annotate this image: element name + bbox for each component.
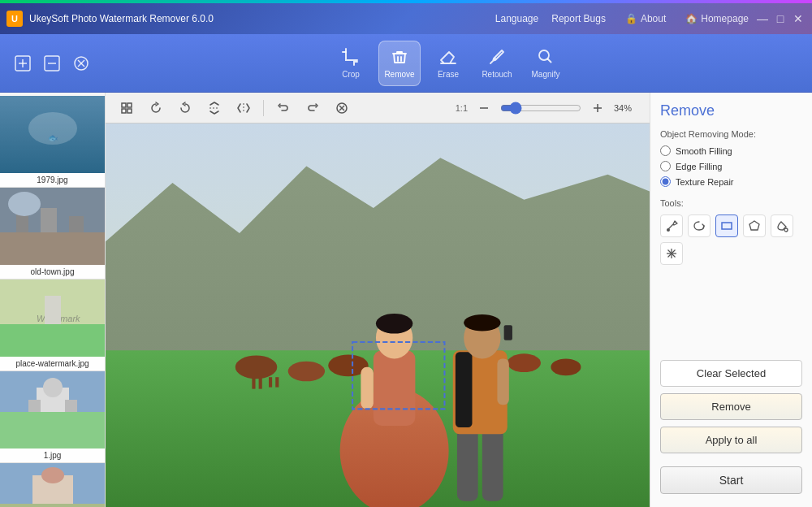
svg-point-50 bbox=[288, 362, 325, 382]
erase-tool-button[interactable]: Erase bbox=[427, 41, 469, 86]
polygon-tool-icon[interactable] bbox=[743, 214, 766, 237]
rotate-cw-button[interactable] bbox=[145, 97, 167, 119]
sidebar-item-2[interactable]: Watermark place-watermark.jpg bbox=[0, 280, 105, 371]
svg-rect-21 bbox=[0, 324, 106, 357]
svg-rect-23 bbox=[45, 296, 61, 324]
paint-tool-icon[interactable] bbox=[771, 214, 793, 237]
svg-rect-36 bbox=[122, 109, 126, 113]
image-panel[interactable] bbox=[106, 124, 650, 507]
removing-mode-group: Smooth Filling Edge Filling Texture Repa… bbox=[660, 145, 802, 187]
select-tool-button[interactable] bbox=[115, 97, 138, 119]
lasso-tool-icon[interactable] bbox=[688, 214, 710, 237]
language-link[interactable]: Language bbox=[495, 13, 538, 24]
mode-smooth-radio[interactable] bbox=[660, 145, 671, 156]
svg-rect-54 bbox=[252, 377, 255, 388]
retouch-tool-label: Retouch bbox=[482, 70, 512, 79]
homepage-button[interactable]: 🏠 Homepage bbox=[679, 10, 755, 28]
sidebar-thumbnail-1 bbox=[0, 188, 105, 265]
sidebar-item-label-1: old-town.jpg bbox=[0, 265, 105, 279]
mode-texture-repair[interactable]: Texture Repair bbox=[660, 176, 802, 187]
redo-button[interactable] bbox=[301, 97, 324, 119]
maximize-button[interactable]: □ bbox=[773, 11, 788, 26]
flip-v-button[interactable] bbox=[203, 97, 226, 119]
about-button[interactable]: 🔒 About bbox=[619, 10, 672, 28]
toolbar-main-tools: Crop Remove Erase Retouch bbox=[330, 41, 567, 86]
sidebar-thumbnail-2: Watermark bbox=[0, 280, 105, 357]
svg-rect-29 bbox=[65, 400, 77, 412]
home-icon: 🏠 bbox=[685, 13, 698, 24]
undo-button[interactable] bbox=[272, 97, 295, 119]
svg-rect-70 bbox=[504, 325, 512, 340]
mode-texture-radio[interactable] bbox=[660, 176, 671, 187]
svg-rect-56 bbox=[269, 377, 272, 387]
main-toolbar: Crop Remove Erase Retouch bbox=[0, 34, 812, 93]
svg-rect-59 bbox=[374, 350, 416, 426]
svg-rect-15 bbox=[0, 232, 106, 265]
svg-rect-25 bbox=[0, 412, 106, 448]
magnify-tool-button[interactable]: Magnify bbox=[525, 41, 567, 86]
close-file-button[interactable] bbox=[71, 54, 91, 73]
title-bar: U UkeySoft Photo Watermark Remover 6.0.0… bbox=[0, 3, 812, 34]
right-panel: Remove Object Removing Mode: Smooth Fill… bbox=[650, 93, 812, 507]
sidebar-item-0[interactable]: 🐟 1979.jpg bbox=[0, 96, 105, 188]
brush-tool-icon[interactable] bbox=[660, 214, 683, 237]
mode-texture-label: Texture Repair bbox=[676, 177, 734, 187]
sidebar-item-label-0: 1979.jpg bbox=[0, 173, 105, 187]
sidebar-item-1[interactable]: old-town.jpg bbox=[0, 188, 105, 280]
object-removing-mode-label: Object Removing Mode: bbox=[660, 129, 802, 139]
crop-tool-button[interactable]: Crop bbox=[330, 41, 372, 86]
svg-rect-55 bbox=[259, 377, 262, 388]
sidebar-item-3[interactable]: 1.jpg bbox=[0, 371, 105, 463]
rect-tool-icon[interactable] bbox=[715, 214, 738, 237]
svg-rect-69 bbox=[497, 359, 508, 405]
sidebar-thumbnail-0: 🐟 bbox=[0, 96, 105, 173]
svg-rect-57 bbox=[275, 377, 279, 387]
svg-point-33 bbox=[41, 467, 64, 483]
remove-file-button[interactable] bbox=[42, 54, 62, 73]
mode-edge-filling[interactable]: Edge Filling bbox=[660, 161, 802, 171]
title-bar-nav: Language Report Bugs bbox=[495, 13, 606, 24]
start-button[interactable]: Start bbox=[660, 466, 802, 494]
title-bar-left: U UkeySoft Photo Watermark Remover 6.0.0 bbox=[6, 11, 495, 27]
svg-point-75 bbox=[784, 228, 788, 232]
retouch-tool-button[interactable]: Retouch bbox=[476, 41, 518, 86]
main-content: 🐟 1979.jpg old-town.jpg bbox=[0, 93, 812, 507]
apply-to-all-button[interactable]: Apply to all bbox=[660, 427, 802, 453]
clear-selected-button[interactable]: Clear Selected bbox=[660, 360, 802, 387]
title-bar-right-actions: 🔒 About 🏠 Homepage bbox=[619, 10, 755, 28]
erase-tool-label: Erase bbox=[438, 70, 459, 79]
rotate-ccw-button[interactable] bbox=[174, 97, 197, 119]
zoom-slider[interactable] bbox=[500, 102, 581, 115]
sidebar-item-4[interactable]: 1-pic.jpeg bbox=[0, 463, 105, 507]
remove-tool-button[interactable]: Remove bbox=[378, 41, 421, 86]
toolbar-left bbox=[13, 54, 91, 73]
minimize-button[interactable]: — bbox=[755, 11, 770, 26]
remove-button[interactable]: Remove bbox=[660, 393, 802, 420]
panel-title: Remove bbox=[660, 102, 802, 119]
sidebar-items-list: 🐟 1979.jpg old-town.jpg bbox=[0, 93, 105, 507]
report-bugs-link[interactable]: Report Bugs bbox=[551, 13, 606, 24]
star-tool-icon[interactable] bbox=[660, 242, 683, 265]
remove-tool-label: Remove bbox=[384, 70, 414, 79]
zoom-out-button[interactable] bbox=[473, 97, 495, 119]
zoom-percentage: 34% bbox=[614, 103, 640, 113]
mode-smooth-filling[interactable]: Smooth Filling bbox=[660, 145, 802, 156]
svg-point-68 bbox=[464, 314, 500, 332]
sidebar-thumbnail-3 bbox=[0, 371, 105, 448]
mode-edge-radio[interactable] bbox=[660, 161, 671, 171]
lock-icon: 🔒 bbox=[625, 13, 637, 24]
svg-text:🐟: 🐟 bbox=[48, 132, 58, 143]
sidebar-item-label-2: place-watermark.jpg bbox=[0, 357, 105, 370]
svg-rect-18 bbox=[69, 216, 84, 232]
svg-point-49 bbox=[235, 355, 278, 379]
sidebar-thumbnail-4 bbox=[0, 463, 105, 507]
svg-rect-66 bbox=[456, 352, 473, 427]
flip-h-button[interactable] bbox=[232, 97, 255, 119]
zoom-in-button[interactable] bbox=[586, 97, 609, 119]
close-button[interactable]: ✕ bbox=[791, 11, 806, 26]
add-file-button[interactable] bbox=[13, 54, 32, 73]
panel-spacer bbox=[660, 278, 802, 360]
window-controls: — □ ✕ bbox=[755, 11, 806, 26]
clear-button[interactable] bbox=[330, 97, 353, 119]
tools-section-label: Tools: bbox=[660, 198, 802, 208]
